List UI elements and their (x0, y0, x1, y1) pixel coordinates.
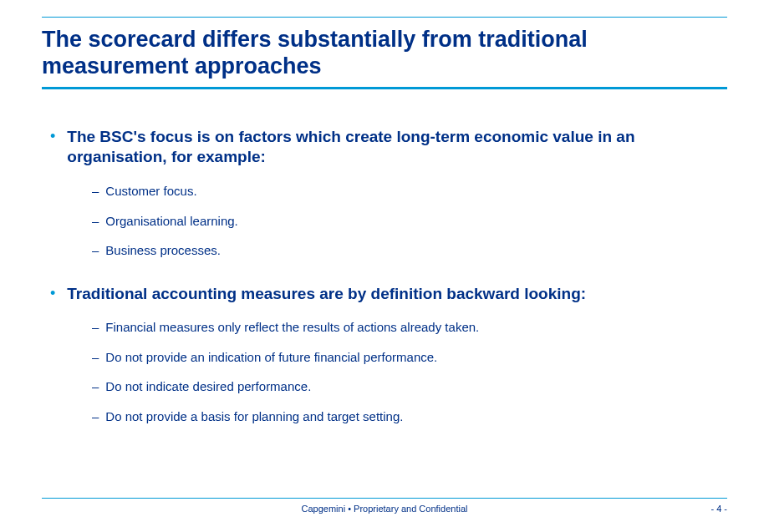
dash-icon: – (92, 242, 99, 259)
sub-item: Customer focus. (105, 183, 196, 200)
sub-bullet: – Financial measures only reflect the re… (42, 319, 727, 336)
sub-bullet: – Do not provide an indication of future… (42, 349, 727, 366)
dash-icon: – (92, 319, 99, 336)
slide-title: The scorecard differs substantially from… (42, 26, 727, 80)
dash-icon: – (92, 183, 99, 200)
main-bullet: • Traditional accounting measures are by… (42, 284, 727, 305)
sub-bullet: – Organisational learning. (42, 213, 727, 230)
dash-icon: – (92, 213, 99, 230)
dash-icon: – (92, 349, 99, 366)
main-bullet: • The BSC's focus is on factors which cr… (42, 127, 727, 168)
bullet-dot-icon: • (50, 284, 55, 303)
footer-row: Capgemini • Proprietary and Confidential… (42, 504, 727, 514)
footer-center-text: Capgemini • Proprietary and Confidential (302, 504, 468, 514)
section-heading: Traditional accounting measures are by d… (67, 284, 586, 305)
sub-item: Do not provide a basis for planning and … (105, 408, 403, 425)
dash-icon: – (92, 378, 99, 395)
slide: The scorecard differs substantially from… (0, 0, 769, 424)
sub-item: Do not indicate desired performance. (105, 378, 311, 395)
sub-bullet: – Do not provide a basis for planning an… (42, 408, 727, 425)
sub-item: Organisational learning. (105, 213, 237, 230)
title-underline (42, 87, 727, 89)
section-2: • Traditional accounting measures are by… (42, 284, 727, 425)
sub-item: Business processes. (105, 242, 221, 259)
sub-bullet: – Do not indicate desired performance. (42, 378, 727, 395)
sub-item: Do not provide an indication of future f… (105, 349, 437, 366)
sub-bullet: – Customer focus. (42, 183, 727, 200)
section-heading: The BSC's focus is on factors which crea… (67, 127, 727, 168)
sub-bullet: – Business processes. (42, 242, 727, 259)
footer-rule (42, 498, 727, 499)
page-number: - 4 - (710, 504, 727, 514)
bullet-dot-icon: • (50, 127, 55, 146)
section-1: • The BSC's focus is on factors which cr… (42, 127, 727, 259)
footer: Capgemini • Proprietary and Confidential… (42, 498, 727, 514)
dash-icon: – (92, 408, 99, 425)
top-rule (42, 17, 727, 18)
sub-item: Financial measures only reflect the resu… (105, 319, 479, 336)
